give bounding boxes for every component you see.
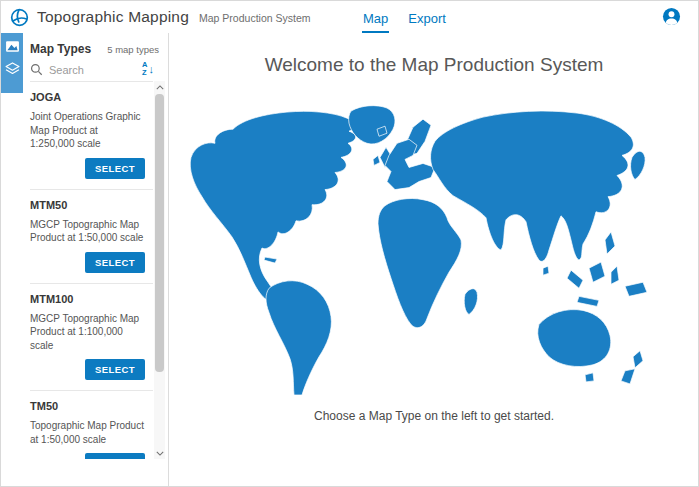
map-type-action-row: SELECT	[30, 158, 145, 179]
panel-header: Map Types 5 map types	[23, 33, 168, 56]
select-button[interactable]: SELECT	[85, 158, 145, 179]
map-types-panel: Map Types 5 map types AZ ↓ JOGA Joint Op…	[23, 33, 169, 486]
select-button[interactable]: SELECT	[85, 359, 145, 380]
tab-map[interactable]: Map	[362, 1, 389, 33]
map-type-count: 5 map types	[107, 44, 159, 55]
scroll-down-icon[interactable]	[154, 447, 165, 459]
map-type-action-row: SELECT	[30, 252, 145, 273]
sort-direction-arrow-icon: ↓	[149, 63, 155, 75]
left-icon-rail	[1, 33, 23, 486]
hint-text: Choose a Map Type on the left to get sta…	[170, 409, 698, 423]
header-tabs: Map Export	[362, 1, 447, 33]
app-header: Topographic Mapping Map Production Syste…	[1, 1, 698, 33]
list-scrollbar[interactable]	[154, 81, 165, 459]
map-type-description: MGCP Topographic Map Product at 1:50,000…	[30, 218, 145, 245]
map-type-description: Topographic Map Product at 1:50,000 scal…	[30, 419, 145, 446]
sort-az-button[interactable]: AZ ↓	[142, 61, 154, 77]
map-type-action-row: SELECT	[30, 359, 145, 380]
map-type-description: Joint Operations Graphic Map Product at …	[30, 110, 145, 151]
main-content: Welcome to the Map Production System	[170, 33, 698, 486]
select-button[interactable]: SELECT	[85, 453, 145, 459]
map-type-name: MTM100	[30, 293, 145, 305]
basemap-icon[interactable]	[4, 38, 20, 54]
map-type-name: MTM50	[30, 199, 145, 211]
panel-title: Map Types	[30, 42, 91, 56]
search-icon	[30, 63, 43, 76]
app-window: Topographic Mapping Map Production Syste…	[0, 0, 699, 487]
scrollbar-thumb[interactable]	[155, 94, 164, 372]
layers-icon[interactable]	[4, 60, 20, 76]
select-button[interactable]: SELECT	[85, 252, 145, 273]
user-account-icon[interactable]	[662, 7, 681, 26]
search-input[interactable]	[49, 64, 129, 76]
map-type-list-item: MTM50 MGCP Topographic Map Product at 1:…	[30, 189, 153, 283]
sort-az-letters: AZ	[142, 61, 147, 77]
tab-export[interactable]: Export	[407, 1, 447, 33]
map-type-name: TM50	[30, 400, 145, 412]
app-subtitle: Map Production System	[199, 10, 310, 24]
app-title: Topographic Mapping	[37, 8, 189, 26]
rail-active-group	[1, 33, 23, 93]
map-type-description: MGCP Topographic Map Product at 1:100,00…	[30, 312, 145, 353]
map-type-action-row: SELECT	[30, 453, 145, 459]
search-box	[30, 63, 136, 82]
globe-logo-icon	[10, 8, 29, 27]
map-type-list: JOGA Joint Operations Graphic Map Produc…	[23, 81, 153, 459]
scroll-up-icon[interactable]	[154, 81, 165, 93]
map-type-list-item: MTM100 MGCP Topographic Map Product at 1…	[30, 283, 153, 391]
map-type-list-item: JOGA Joint Operations Graphic Map Produc…	[30, 81, 153, 189]
world-map-image	[181, 99, 686, 396]
map-type-name: JOGA	[30, 91, 145, 103]
welcome-heading: Welcome to the Map Production System	[170, 54, 698, 76]
map-type-list-item: TM50 Topographic Map Product at 1:50,000…	[30, 390, 153, 459]
